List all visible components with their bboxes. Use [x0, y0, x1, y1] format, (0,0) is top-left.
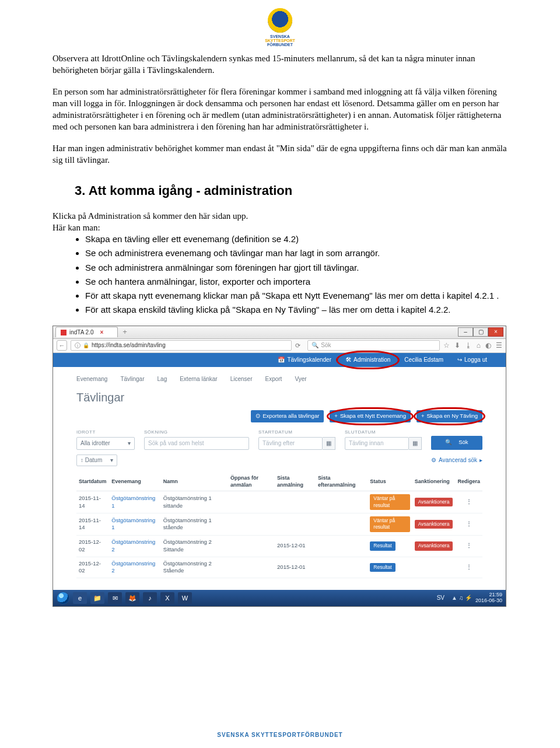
cell-late [316, 513, 368, 536]
th-status[interactable]: Status [368, 472, 412, 491]
th-oppnas[interactable]: Öppnas för anmälan [228, 472, 275, 491]
browser-search-box[interactable]: 🔍 Sök [307, 340, 439, 351]
maximize-button[interactable]: ▢ [473, 327, 488, 337]
embedded-screenshot: indTA 2.0 × + – ▢ × ← i 🔒 https://indta.… [52, 326, 506, 607]
taskbar-icon-explorer[interactable]: 📁 [90, 592, 104, 604]
calendar-icon[interactable]: ▦ [323, 437, 335, 450]
row-menu-button[interactable]: ⋮ [455, 513, 482, 536]
nav-item[interactable]: Tävlingar [120, 375, 144, 383]
cell-late [316, 535, 368, 557]
url-bar[interactable]: i 🔒 https://indta.se/admin/tavling [71, 340, 292, 351]
taskbar-icon-itunes[interactable]: ♪ [143, 592, 157, 604]
paragraph-1: Observera att IdrottOnline och Tävlingsk… [52, 53, 508, 76]
nav-user[interactable]: Cecilia Edstam [397, 353, 450, 367]
pocket-icon[interactable]: ⬇ [454, 341, 460, 350]
create-competition-button[interactable]: +Skapa en Ny Tävling [416, 410, 482, 422]
list-item: Skapa en tävling eller ett evenemang (de… [85, 233, 508, 245]
tab-close-icon[interactable]: × [100, 328, 104, 337]
th-redigera[interactable]: Redigera [455, 472, 482, 491]
start-date-input[interactable]: Tävling efter [258, 437, 323, 450]
star-icon[interactable]: ☆ [443, 341, 450, 350]
toolbar-icons: ☆ ⬇ ⭳ ⌂ ◐ ☰ [443, 341, 502, 350]
taskbar-icon-outlook[interactable]: ✉ [108, 592, 122, 604]
nav-item[interactable]: Lag [158, 375, 167, 383]
start-orb[interactable] [57, 592, 69, 604]
cell-sank[interactable]: Avsanktionera [412, 535, 456, 557]
language-indicator[interactable]: SV [437, 594, 444, 602]
advanced-search-link[interactable]: ⚙Avancerad sök ▸ [431, 456, 482, 464]
new-tab-button[interactable]: + [123, 327, 127, 337]
cell-event[interactable]: Östgötamönstring 2 [109, 535, 161, 557]
refresh-button[interactable]: ⟳ [295, 341, 300, 350]
table-row: 2015-12-02 Östgötamönstring 2 Östgötamön… [76, 535, 482, 557]
row-menu-button[interactable]: ⋮ [455, 557, 482, 578]
taskbar-clock[interactable]: 21:59 2016-06-30 [475, 592, 502, 604]
th-evenemang[interactable]: Evenemang [109, 472, 161, 491]
th-startdatum[interactable]: Startdatum [76, 472, 109, 491]
minimize-button[interactable]: – [458, 327, 473, 337]
row-menu-button[interactable]: ⋮ [455, 491, 482, 513]
tray-icon[interactable]: ▲ ♫ ⚡ [452, 594, 472, 602]
close-button[interactable]: × [488, 327, 503, 337]
back-button[interactable]: ← [57, 340, 67, 351]
list-item: Se och administrera anmälningar som före… [85, 262, 508, 274]
cell-sank[interactable] [412, 557, 456, 578]
cell-name: Östgötamönstring 2 Stående [161, 557, 228, 578]
cell-status: Resultat [368, 557, 412, 578]
sok-button[interactable]: 🔍 Sök [431, 436, 482, 450]
download-icon: ⊙ [256, 413, 260, 420]
footer-brand: SVENSKA SKYTTESPORTFÖRBUNDET [217, 731, 342, 739]
taskbar-icon-ie[interactable]: e [73, 592, 87, 604]
nav-logout[interactable]: ↪ Logga ut [450, 353, 494, 367]
window-controls: – ▢ × [458, 327, 503, 337]
nav-administration[interactable]: 🛠 Administration [338, 353, 397, 367]
th-namn[interactable]: Namn [161, 472, 228, 491]
search-input[interactable]: Sök på vad som helst [144, 437, 249, 450]
menu-icon[interactable]: ☰ [496, 341, 502, 350]
list-item: För att skapa enskild tävling klicka på … [85, 304, 508, 316]
calendar-icon[interactable]: ▦ [409, 437, 422, 450]
filter-label-sokning: SÖKNING [144, 429, 249, 436]
section-heading-3: 3. Att komma igång - administration [75, 182, 508, 200]
cell-sank[interactable]: Avsanktionera [412, 513, 456, 536]
nav-item[interactable]: Externa länkar [180, 375, 217, 383]
cell-event[interactable]: Östgötamönstring 2 [109, 557, 161, 578]
cell-event[interactable]: Östgötamönstring 1 [109, 491, 161, 513]
bullet-list: Skapa en tävling eller ett evenemang (de… [52, 233, 508, 316]
th-sista-efter[interactable]: Sista efteranmälning [316, 472, 368, 491]
export-all-button[interactable]: ⊙Exportera alla tävlingar [251, 410, 324, 422]
taskbar-icon-word[interactable]: W [178, 592, 192, 604]
history-icon[interactable]: ◐ [485, 341, 491, 350]
download-icon[interactable]: ⭳ [465, 341, 472, 350]
taskbar-icon-firefox[interactable]: 🦊 [125, 592, 139, 604]
list-item: Se och administrera evenemang och tävlin… [85, 247, 508, 259]
sort-select[interactable]: ↕ Datum▾ [76, 455, 117, 466]
nav-item[interactable]: Export [265, 375, 282, 383]
list-item: För att skapa nytt evenemang klickar man… [85, 290, 508, 302]
home-icon[interactable]: ⌂ [477, 341, 481, 350]
th-sanktionering[interactable]: Sanktionering [412, 472, 456, 491]
red-highlight-ring [336, 351, 400, 369]
window-titlebar: indTA 2.0 × + – ▢ × [53, 326, 506, 339]
nav-item[interactable]: Evenemang [76, 375, 107, 383]
browser-tab[interactable]: indTA 2.0 × [55, 327, 118, 337]
nav-item[interactable]: Licenser [230, 375, 253, 383]
table-row: 2015-11-14 Östgötamönstring 1 Östgötamön… [76, 491, 482, 513]
logo-text: SVENSKA SKYTTESPORT FÖRBUNDET [265, 34, 295, 47]
row-menu-button[interactable]: ⋮ [455, 535, 482, 557]
taskbar-icon-excel[interactable]: X [160, 592, 174, 604]
cell-sank[interactable]: Avsanktionera [412, 491, 456, 513]
nav-tavlingskalender[interactable]: 📅 Tävlingskalender [271, 353, 338, 367]
create-event-button[interactable]: +Skapa ett Nytt Evenemang [330, 410, 411, 422]
cell-date: 2015-12-02 [76, 557, 109, 578]
filter-label-idrott: IDROTT [76, 429, 135, 436]
cell-event[interactable]: Östgötamönstring 1 [109, 513, 161, 536]
end-date-input[interactable]: Tävling innan [345, 437, 409, 450]
nav-item[interactable]: Vyer [295, 375, 306, 383]
logo-emblem: SVENSKA SKYTTESPORT FÖRBUNDET [265, 8, 295, 47]
calendar-icon: 📅 [278, 356, 285, 364]
th-sista-anm[interactable]: Sista anmälning [275, 472, 316, 491]
gear-icon: ⚙ [431, 456, 436, 464]
cell-status: Resultat [368, 535, 412, 557]
idrott-select[interactable]: Alla idrotter▾ [76, 437, 135, 450]
